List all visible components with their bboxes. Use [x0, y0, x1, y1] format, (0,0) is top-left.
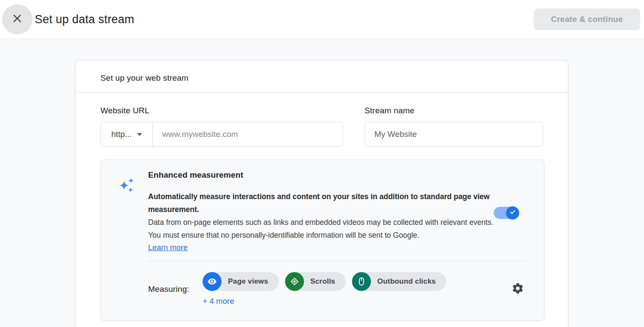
stream-name-label: Stream name [365, 106, 543, 115]
chip-label: Outbound clicks [377, 277, 436, 286]
enhanced-measurement-content: Enhanced measurement Automatically measu… [148, 170, 526, 306]
divider [148, 261, 526, 261]
checkmark-icon [509, 208, 516, 218]
enhanced-measurement-description-bold: Automatically measure interactions and c… [148, 190, 495, 216]
measuring-row: Measuring: Page views [148, 272, 526, 306]
eye-icon [203, 272, 222, 291]
web-stream-card: Set up your web stream Website URL http.… [75, 60, 568, 327]
protocol-select[interactable]: http... [100, 122, 153, 147]
website-url-group: Website URL http... [100, 106, 343, 147]
website-url-label: Website URL [100, 106, 343, 115]
settings-gear-button[interactable] [511, 282, 525, 296]
enhanced-measurement-description: Data from on-page elements such as links… [148, 216, 495, 242]
enhanced-measurement-panel: Enhanced measurement Automatically measu… [100, 160, 544, 321]
learn-more-link[interactable]: Learn more [148, 243, 188, 252]
dialog-header: Set up data stream Create & continue [0, 0, 644, 39]
create-continue-button[interactable]: Create & continue [534, 9, 640, 30]
website-url-input[interactable] [152, 122, 343, 147]
close-button[interactable] [2, 4, 32, 34]
toggle-thumb [506, 206, 519, 219]
enhanced-measurement-toggle[interactable] [494, 207, 518, 219]
scrolls-icon [285, 272, 304, 291]
mouse-icon [352, 272, 371, 291]
chip-page-views[interactable]: Page views [203, 272, 279, 291]
chip-label: Scrolls [310, 277, 335, 286]
chevron-down-icon [137, 133, 142, 136]
gear-icon [511, 282, 524, 296]
measuring-label: Measuring: [148, 285, 203, 294]
dialog-body: Set up your web stream Website URL http.… [0, 60, 644, 327]
chip-label: Page views [228, 277, 268, 286]
close-icon [12, 13, 23, 26]
protocol-value: http... [111, 130, 132, 139]
chip-outbound-clicks[interactable]: Outbound clicks [352, 272, 446, 291]
more-events-link[interactable]: + 4 more [203, 297, 446, 306]
stream-name-input[interactable] [365, 122, 543, 147]
section-title: Set up your web stream [100, 73, 568, 83]
stream-form: Website URL http... Stream name [76, 93, 568, 147]
stream-name-group: Stream name [365, 106, 543, 147]
enhanced-measurement-title: Enhanced measurement [148, 170, 526, 180]
chip-scrolls[interactable]: Scrolls [285, 272, 346, 291]
sparkle-icon [117, 170, 136, 306]
card-header: Set up your web stream [76, 61, 568, 93]
page-title: Set up data stream [35, 13, 134, 26]
